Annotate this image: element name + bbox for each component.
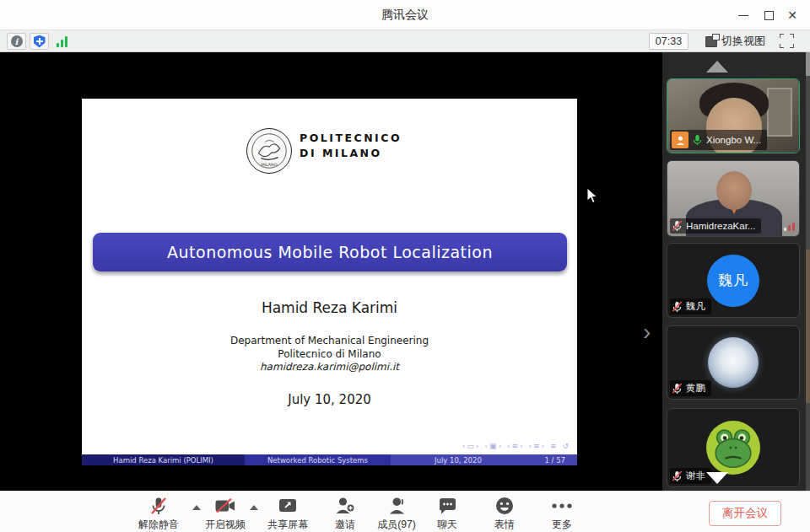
- footer-date-page: July 10, 2020 1 / 57: [391, 454, 577, 465]
- start-video-button[interactable]: 开启视频: [205, 496, 246, 532]
- share-screen-icon: [278, 497, 298, 514]
- switch-view-button[interactable]: 切换视图: [705, 33, 765, 50]
- maximize-button[interactable]: [759, 7, 778, 24]
- more-button[interactable]: 更多: [551, 496, 573, 532]
- expand-sidebar-chevron[interactable]: ›: [643, 320, 651, 344]
- meeting-timer: 07:33: [649, 33, 688, 50]
- sidebar-scrollbar[interactable]: [806, 52, 810, 491]
- slide-affiliation: Department of Mechanical Engineering Pol…: [82, 335, 577, 374]
- participant-name-chip: 魏凡: [670, 298, 711, 314]
- info-icon: i: [11, 35, 23, 47]
- minimize-button[interactable]: [734, 7, 753, 24]
- slide-title: Autonomous Mobile Robot Localization: [167, 243, 493, 261]
- fullscreen-button[interactable]: [780, 34, 794, 48]
- avatar: 魏凡: [707, 255, 759, 307]
- meeting-info-button[interactable]: i: [7, 33, 26, 50]
- unmute-label: 解除静音: [138, 518, 179, 532]
- mic-muted-icon: [150, 497, 167, 516]
- poor-network-icon: [784, 223, 795, 231]
- security-button[interactable]: [30, 33, 49, 50]
- participant-name: 魏凡: [686, 300, 705, 313]
- close-icon: ✕: [787, 9, 797, 21]
- fullscreen-icon: [780, 34, 784, 38]
- polimi-seal-logo: MILANO: [246, 128, 292, 174]
- footer-author: Hamid Reza Karimi (POLIMI): [82, 454, 245, 465]
- invite-icon: [335, 497, 356, 515]
- video-tile-hamidreza[interactable]: HamidrezaKar...: [667, 160, 800, 237]
- participant-name-chip: 黄鹏: [670, 380, 711, 396]
- mic-muted-icon: [672, 383, 683, 395]
- share-screen-button[interactable]: 共享屏幕: [267, 496, 308, 532]
- polimi-wordmark: POLITECNICO DI MILANO: [300, 131, 402, 161]
- video-options-caret[interactable]: [250, 505, 258, 510]
- video-tile-xiongbo[interactable]: Xiongbo W...: [667, 78, 800, 153]
- switch-view-label: 切换视图: [721, 34, 765, 49]
- members-button[interactable]: 成员(97): [377, 496, 415, 532]
- participant-name-chip: HamidrezaKar...: [670, 218, 761, 234]
- slide-email: hamidreza.karimi@polimi.it: [82, 361, 577, 374]
- mic-muted-icon: [672, 220, 683, 232]
- title-bar: 腾讯会议 ✕: [0, 0, 810, 30]
- shared-screen-stage: MILANO POLITECNICO DI MILANO Autonomous …: [0, 52, 662, 491]
- start-video-label: 开启视频: [205, 518, 246, 532]
- close-button[interactable]: ✕: [783, 7, 802, 24]
- participant-name-chip: 谢非: [670, 468, 711, 484]
- more-icon: [551, 502, 573, 509]
- members-icon: [387, 497, 406, 515]
- slide-date: July 10, 2020: [82, 392, 577, 407]
- beamer-nav-symbols: ‹▭› ‹▣› ‹≡› ‹≡› ≡ ↺: [462, 442, 570, 450]
- mouse-cursor: [586, 187, 598, 204]
- more-label: 更多: [551, 518, 573, 532]
- participant-name-chip: Xiongbo W...: [670, 130, 767, 150]
- window-title: 腾讯会议: [0, 8, 810, 23]
- avatar: [708, 337, 759, 388]
- frog-avatar: [706, 421, 760, 475]
- chat-label: 聊天: [437, 518, 457, 532]
- participant-name: Xiongbo W...: [706, 135, 761, 145]
- slide-author: Hamid Reza Karimi: [82, 299, 577, 316]
- layout-icon: [705, 36, 717, 47]
- unmute-button[interactable]: 解除静音: [138, 496, 179, 532]
- participant-name: 谢非: [686, 470, 705, 482]
- chat-icon: [438, 497, 457, 515]
- invite-button[interactable]: 邀请: [335, 496, 356, 532]
- participants-sidebar: Xiongbo W... HamidrezaKar... 魏凡: [662, 52, 810, 491]
- shield-icon: [34, 35, 46, 48]
- participant-name: 黄鹏: [686, 382, 705, 395]
- emoji-icon: [495, 497, 514, 515]
- reactions-label: 表情: [494, 518, 515, 532]
- video-tile-xiefei[interactable]: 谢非: [667, 408, 800, 487]
- slide-department: Department of Mechanical Engineering: [82, 335, 577, 348]
- meeting-window: 腾讯会议 ✕ i 07:33 切换视图: [0, 0, 810, 532]
- mic-muted-icon: [672, 470, 683, 482]
- maximize-icon: [764, 11, 774, 20]
- participant-name: HamidrezaKar...: [686, 221, 755, 231]
- reactions-button[interactable]: 表情: [494, 496, 515, 532]
- camera-muted-icon: [214, 497, 236, 514]
- beamer-footer: Hamid Reza Karimi (POLIMI) Networked Rob…: [82, 454, 577, 465]
- meeting-control-bar: 解除静音 开启视频 共享屏幕: [0, 491, 810, 532]
- scroll-up-arrow[interactable]: [706, 61, 728, 73]
- video-tile-huangpeng[interactable]: 黄鹏: [667, 325, 800, 400]
- scroll-down-arrow[interactable]: [706, 472, 728, 484]
- leave-meeting-button[interactable]: 离开会议: [709, 501, 781, 526]
- mic-muted-icon: [672, 301, 683, 313]
- network-status-button[interactable]: [52, 33, 72, 50]
- slide-university: Politecnico di Milano: [82, 348, 577, 362]
- network-signal-icon: [57, 36, 68, 47]
- footer-page-number: 1 / 57: [545, 456, 566, 465]
- video-tile-weifan[interactable]: 魏凡 魏凡: [667, 243, 800, 318]
- minimize-icon: [738, 15, 748, 16]
- invite-label: 邀请: [335, 518, 356, 532]
- members-label: 成员(97): [377, 518, 415, 532]
- meeting-toolbar: i 07:33 切换视图: [0, 30, 810, 52]
- chat-button[interactable]: 聊天: [437, 496, 457, 532]
- share-screen-label: 共享屏幕: [267, 518, 308, 532]
- audio-options-caret[interactable]: [192, 505, 201, 510]
- presentation-slide: MILANO POLITECNICO DI MILANO Autonomous …: [82, 99, 577, 465]
- mic-on-icon: [692, 134, 703, 146]
- footer-course: Networked Robotic Systems: [245, 454, 391, 465]
- footer-date: July 10, 2020: [435, 456, 482, 465]
- svg-text:MILANO: MILANO: [262, 163, 278, 167]
- host-badge-icon: [672, 132, 688, 148]
